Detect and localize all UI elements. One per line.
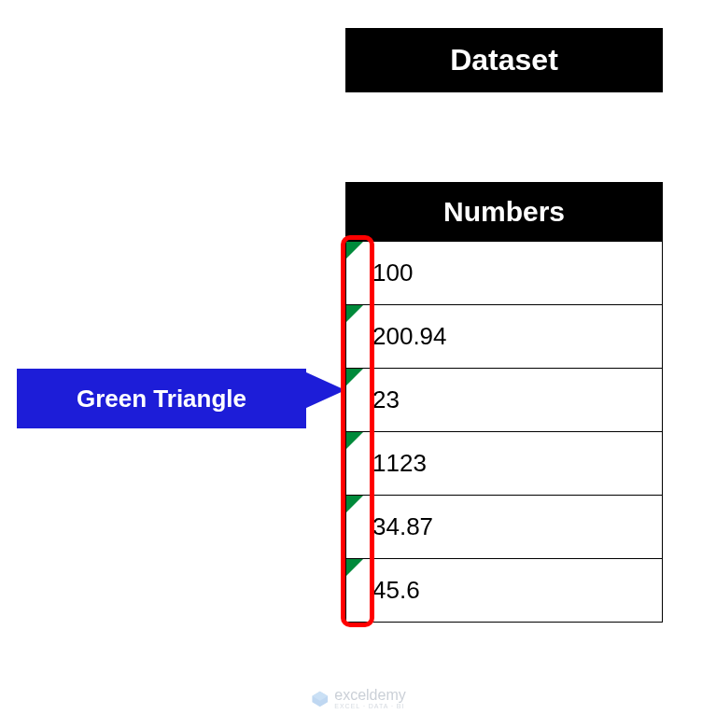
table-row: 45.6 bbox=[345, 559, 663, 623]
cell-value: 200.94 bbox=[372, 322, 447, 351]
table-row: 200.94 bbox=[345, 305, 663, 369]
dataset-title: Dataset bbox=[345, 28, 663, 92]
callout-arrow-icon bbox=[304, 371, 345, 409]
watermark-tagline: EXCEL · DATA · BI bbox=[334, 703, 405, 709]
watermark-brand: exceldemy bbox=[334, 688, 405, 703]
highlight-rectangle bbox=[341, 235, 374, 627]
table-header: Numbers bbox=[345, 182, 663, 242]
cell-value: 100 bbox=[372, 259, 413, 287]
exceldemy-logo-icon bbox=[310, 690, 329, 708]
cell-value: 1123 bbox=[372, 449, 427, 478]
cell-value: 45.6 bbox=[372, 576, 420, 605]
table-row: 23 bbox=[345, 369, 663, 432]
cell-value: 34.87 bbox=[372, 512, 433, 541]
watermark: exceldemy EXCEL · DATA · BI bbox=[310, 688, 405, 709]
cell-value: 23 bbox=[372, 385, 400, 414]
watermark-text: exceldemy EXCEL · DATA · BI bbox=[334, 688, 405, 709]
table-row: 1123 bbox=[345, 432, 663, 496]
table-row: 100 bbox=[345, 242, 663, 305]
table-row: 34.87 bbox=[345, 496, 663, 559]
numbers-table: Numbers 100 200.94 23 1123 34.87 45.6 bbox=[345, 182, 663, 623]
callout-label: Green Triangle bbox=[17, 369, 306, 428]
